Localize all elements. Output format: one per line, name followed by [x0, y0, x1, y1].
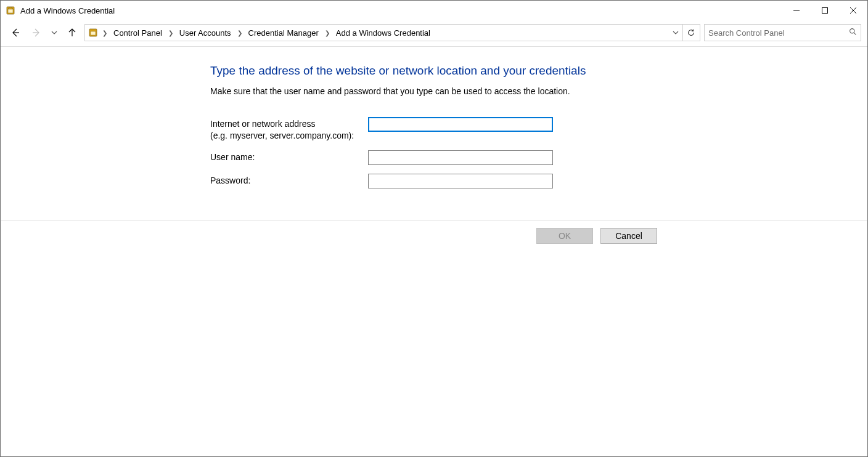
- title-bar: Add a Windows Credential: [1, 1, 867, 20]
- close-button[interactable]: [839, 1, 867, 20]
- username-label: User name:: [210, 150, 368, 163]
- address-label-line1: Internet or network address: [210, 119, 315, 129]
- address-history-dropdown[interactable]: [670, 25, 681, 40]
- svg-rect-10: [91, 31, 96, 35]
- maximize-button[interactable]: [811, 1, 839, 20]
- search-input[interactable]: [708, 28, 849, 38]
- button-bar: OK Cancel: [1, 220, 867, 251]
- ok-button[interactable]: OK: [536, 228, 593, 244]
- address-label-line2: (e.g. myserver, server.company.com):: [210, 131, 354, 140]
- back-button[interactable]: [7, 24, 24, 41]
- password-row: Password:: [210, 174, 666, 188]
- svg-rect-1: [8, 9, 13, 13]
- address-label: Internet or network address (e.g. myserv…: [210, 117, 368, 142]
- chevron-right-icon[interactable]: ❯: [236, 30, 244, 36]
- chevron-right-icon[interactable]: ❯: [324, 30, 331, 36]
- breadcrumb-user-accounts[interactable]: User Accounts: [176, 27, 235, 39]
- username-row: User name:: [210, 150, 666, 165]
- page-heading: Type the address of the website or netwo…: [210, 64, 666, 78]
- address-row: Internet or network address (e.g. myserv…: [210, 117, 666, 142]
- up-button[interactable]: [63, 24, 81, 41]
- recent-locations-dropdown[interactable]: [49, 30, 60, 36]
- svg-point-11: [850, 29, 854, 33]
- breadcrumbs: Control Panel ❯ User Accounts ❯ Credenti…: [110, 27, 669, 39]
- search-box[interactable]: [704, 24, 861, 41]
- address-input[interactable]: [368, 117, 553, 132]
- credential-manager-icon: [88, 27, 99, 38]
- breadcrumb-credential-manager[interactable]: Credential Manager: [245, 27, 322, 39]
- credential-manager-icon: [6, 6, 15, 15]
- content-area: Type the address of the website or netwo…: [1, 47, 867, 188]
- breadcrumb-control-panel[interactable]: Control Panel: [110, 27, 166, 39]
- chevron-right-icon[interactable]: ❯: [167, 30, 174, 36]
- svg-line-12: [854, 33, 856, 34]
- minimize-button[interactable]: [782, 1, 811, 20]
- password-input[interactable]: [368, 174, 553, 188]
- cancel-button[interactable]: Cancel: [600, 228, 657, 244]
- navigation-row: ❯ Control Panel ❯ User Accounts ❯ Creden…: [1, 20, 867, 45]
- window-title: Add a Windows Credential: [20, 6, 115, 15]
- address-bar[interactable]: ❯ Control Panel ❯ User Accounts ❯ Creden…: [84, 24, 700, 41]
- password-label: Password:: [210, 174, 368, 187]
- username-input[interactable]: [368, 150, 553, 165]
- search-icon[interactable]: [849, 28, 857, 38]
- breadcrumb-add-windows-credential[interactable]: Add a Windows Credential: [332, 27, 434, 39]
- window-controls: [782, 1, 867, 20]
- chevron-right-icon[interactable]: ❯: [101, 30, 108, 36]
- page-subtext: Make sure that the user name and passwor…: [210, 86, 666, 96]
- refresh-button[interactable]: [682, 25, 698, 41]
- forward-button[interactable]: [28, 24, 45, 41]
- svg-rect-3: [822, 8, 828, 14]
